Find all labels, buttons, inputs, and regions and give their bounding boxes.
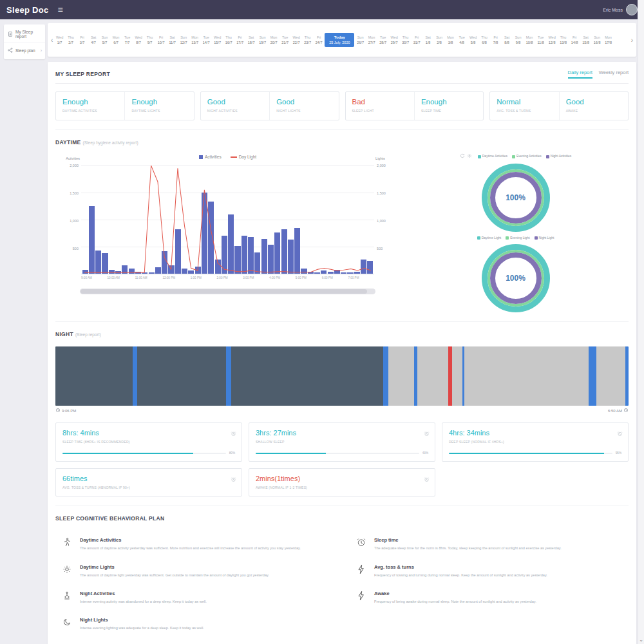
x-tick-label — [312, 276, 317, 282]
donut-ring-middle: 100% — [488, 169, 544, 226]
date-cell[interactable]: Tue21/7 — [279, 33, 290, 46]
date-cell[interactable]: Wed12/8 — [547, 33, 558, 46]
date-cell[interactable]: Sun9/8 — [513, 33, 524, 46]
legend-item-activities: Activities — [199, 155, 222, 159]
date-next-arrow[interactable]: › — [630, 37, 634, 44]
stat-label: DEEP SLEEP (NORMAL IF 4HRS+) — [449, 440, 621, 444]
summary-value: Normal — [497, 98, 552, 106]
user-avatar[interactable] — [626, 4, 638, 15]
date-cell[interactable]: Thu2/7 — [66, 33, 77, 46]
date-cell[interactable]: Sat11/7 — [167, 33, 178, 46]
date-day: Sat — [580, 35, 591, 39]
donut-legend-item: Evening Activities — [512, 154, 542, 158]
date-cell[interactable]: Tue7/7 — [122, 33, 133, 46]
sidebar-item-my-sleep-report[interactable]: My Sleep report — [4, 26, 45, 43]
date-cell[interactable]: Thu6/8 — [479, 33, 490, 46]
date-cell[interactable]: Sat8/8 — [502, 33, 513, 46]
chart-scrollbar-thumb[interactable] — [80, 289, 367, 294]
date-day: Sun — [592, 35, 603, 39]
date-cell[interactable]: Mon6/7 — [111, 33, 122, 46]
summary-metric: EnoughDAYTIME ACTIVITIES — [56, 92, 124, 120]
date-cell[interactable]: Thu13/8 — [558, 33, 569, 46]
date-cell[interactable]: Fri17/7 — [234, 33, 245, 46]
chart-scrollbar[interactable] — [80, 289, 375, 294]
date-cell[interactable]: Fri24/7 — [314, 33, 325, 46]
page-scrollbar[interactable]: ⌄ — [638, 0, 644, 644]
hamburger-menu-icon[interactable]: ≡ — [58, 5, 63, 14]
refresh-icon[interactable] — [460, 153, 465, 159]
date-cell[interactable]: Sun26/7 — [355, 33, 366, 46]
date-number: 13/7 — [189, 41, 200, 44]
sidebar-item-sleep-plan[interactable]: Sleep plan› — [4, 43, 45, 58]
date-day: Sun — [178, 35, 189, 39]
clock-icon — [55, 408, 61, 413]
date-cell[interactable]: Fri31/7 — [412, 33, 422, 46]
progress-percent: 80% — [229, 451, 235, 455]
date-cell[interactable]: Wed5/8 — [468, 33, 478, 46]
sleep-stats-grid: 8hrs: 4minsSLEEP TIME (8HRS+ IS RECOMMEN… — [55, 422, 629, 497]
stat-value: 66times — [62, 475, 235, 482]
date-cell[interactable]: Mon13/7 — [189, 33, 200, 46]
date-cell[interactable]: Wed29/7 — [389, 33, 400, 46]
date-cell[interactable]: Tue14/7 — [201, 33, 212, 46]
date-day: Tue — [279, 35, 290, 39]
date-cell[interactable]: Fri14/8 — [569, 33, 580, 46]
gear-icon[interactable] — [467, 153, 472, 159]
tab-weekly-report[interactable]: Weekly report — [599, 70, 629, 79]
date-cell[interactable]: Wed15/7 — [212, 33, 223, 46]
y-axis-right-title: Lights — [375, 156, 385, 160]
alarm-clock-icon — [424, 428, 430, 439]
date-cell[interactable]: Thu23/7 — [302, 33, 313, 46]
summary-value: Enough — [421, 98, 477, 106]
date-day: Fri — [156, 35, 167, 39]
date-cell[interactable]: Sat18/7 — [246, 33, 257, 46]
date-cell[interactable]: Fri7/8 — [490, 33, 501, 46]
date-prev-arrow[interactable]: ‹ — [50, 37, 54, 44]
date-cell[interactable]: Wed8/7 — [133, 33, 144, 46]
stat-card: 3hrs: 27minsSHALLOW SLEEP43% — [249, 422, 435, 462]
x-tick-label — [102, 276, 108, 282]
date-cell[interactable]: Sun16/8 — [592, 33, 603, 46]
tab-daily-report[interactable]: Daily report — [568, 70, 592, 79]
date-cell[interactable]: Wed1/7 — [54, 33, 65, 46]
date-number: 5/8 — [468, 41, 478, 44]
date-cell[interactable]: Sat15/8 — [580, 33, 591, 46]
date-cell[interactable]: Mon27/7 — [366, 33, 377, 46]
date-cell[interactable]: Mon3/8 — [445, 33, 456, 46]
date-number: 11/8 — [535, 41, 546, 44]
date-cell[interactable]: Thu16/7 — [223, 33, 234, 46]
legend-label: Daytime Activities — [482, 154, 507, 158]
date-cell[interactable]: Fri10/7 — [156, 33, 167, 46]
x-tick-label — [207, 276, 212, 282]
date-cell[interactable]: Sun12/7 — [178, 33, 189, 46]
date-cell[interactable]: Fri3/7 — [77, 33, 88, 46]
date-day: Sat — [167, 35, 178, 39]
date-cell[interactable]: Tue4/8 — [457, 33, 468, 46]
date-cell[interactable]: Wed22/7 — [291, 33, 302, 46]
date-cell[interactable]: Sun5/7 — [99, 33, 110, 46]
date-cell[interactable]: Thu9/7 — [144, 33, 155, 46]
scroll-down-arrow[interactable]: ⌄ — [639, 637, 643, 643]
date-cell[interactable]: Thu30/7 — [400, 33, 411, 46]
donut-legend: Daytime ActivitiesEvening ActivitiesNigh… — [460, 153, 572, 159]
x-tick-label — [185, 276, 191, 282]
date-cell[interactable]: Mon17/8 — [603, 33, 614, 46]
x-tick-label — [97, 276, 102, 282]
donut-legend-item: Daytime Activities — [478, 154, 507, 158]
date-cell[interactable]: Tue11/8 — [535, 33, 546, 46]
date-cell[interactable]: Sat4/7 — [88, 33, 99, 46]
date-cell[interactable]: Mon10/8 — [524, 33, 535, 46]
date-cell[interactable]: Sun2/8 — [434, 33, 445, 46]
summary-label: NIGHT LIGHTS — [276, 109, 332, 113]
summary-value: Enough — [131, 98, 187, 106]
summary-metric: EnoughSLEEP TIME — [414, 92, 483, 120]
date-cell[interactable]: Mon20/7 — [269, 33, 279, 46]
date-cell[interactable]: Tue28/7 — [377, 33, 388, 46]
sleep-segment-shallow — [388, 346, 414, 406]
date-day: Thu — [302, 35, 313, 39]
date-day: Mon — [524, 35, 535, 39]
date-cell-today[interactable]: Today25 July, 2020 — [325, 33, 354, 47]
date-cell[interactable]: Sat1/8 — [422, 33, 433, 46]
date-number: 27/7 — [366, 41, 377, 44]
date-cell[interactable]: Sun19/7 — [257, 33, 268, 46]
